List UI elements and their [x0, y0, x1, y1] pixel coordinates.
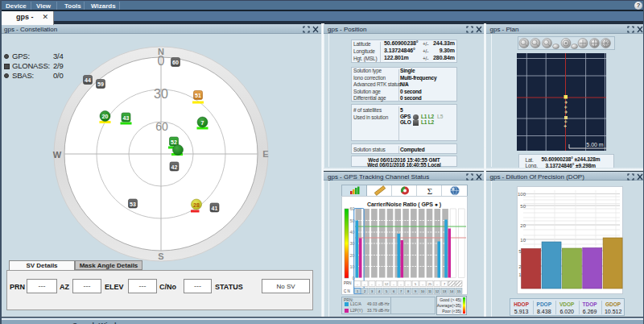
svg-text:51: 51 — [195, 93, 201, 98]
svg-text:28: 28 — [193, 202, 200, 208]
svg-text:20: 20 — [102, 114, 109, 119]
svg-text:W: W — [53, 150, 62, 160]
svg-text:12: 12 — [436, 289, 440, 293]
svg-text:C N: C N — [344, 289, 350, 293]
svg-text:100: 100 — [517, 192, 526, 197]
svg-text:60: 60 — [172, 60, 179, 65]
svg-text:43: 43 — [123, 115, 130, 121]
svg-text:53: 53 — [130, 201, 136, 207]
svg-text:25: 25 — [428, 282, 432, 286]
svg-text:52: 52 — [171, 139, 177, 145]
svg-text:15: 15 — [457, 289, 461, 293]
svg-text:20: 20 — [520, 223, 526, 228]
svg-text:5.00 m: 5.00 m — [586, 142, 604, 147]
svg-text:60: 60 — [155, 120, 168, 133]
svg-text:59: 59 — [97, 81, 104, 87]
svg-text:10: 10 — [421, 289, 425, 293]
svg-text:41: 41 — [212, 206, 218, 211]
svg-text:14: 14 — [450, 289, 454, 293]
svg-text:50: 50 — [520, 204, 526, 209]
svg-text:42: 42 — [171, 164, 178, 170]
svg-text:30: 30 — [154, 87, 168, 101]
svg-text:PRN: PRN — [344, 281, 352, 285]
svg-text:S: S — [158, 251, 163, 261]
svg-text:13: 13 — [443, 289, 447, 293]
svg-text:E: E — [262, 149, 268, 159]
svg-text:Σ: Σ — [427, 186, 432, 196]
svg-text:Carrier/Noise Ratio ( GPS ●: Carrier/Noise Ratio ( GPS ● ) — [367, 201, 441, 208]
svg-text:10: 10 — [520, 238, 526, 243]
svg-text:0: 0 — [158, 54, 165, 68]
svg-text:12: 12 — [385, 282, 389, 286]
svg-text:7: 7 — [201, 120, 204, 126]
